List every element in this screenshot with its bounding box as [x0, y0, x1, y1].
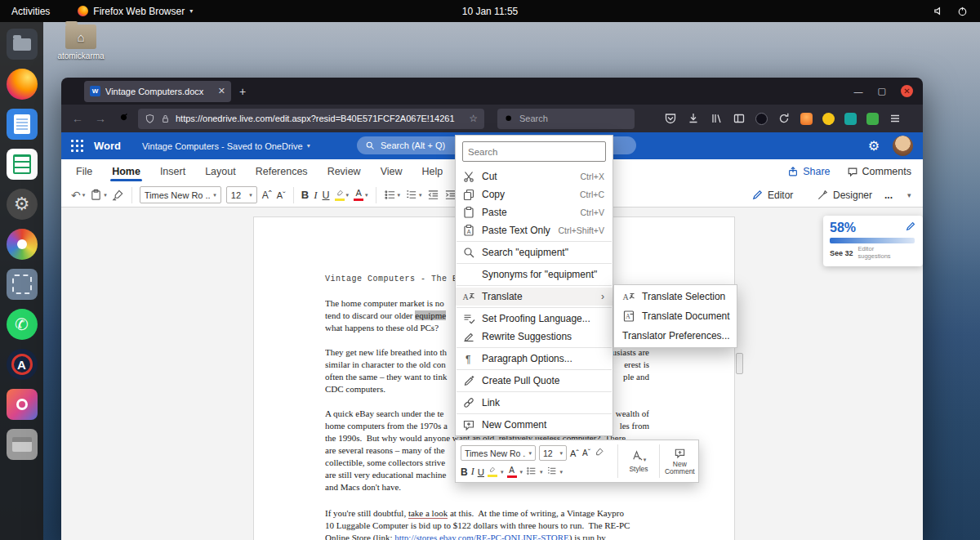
document-title-status[interactable]: Vintage Computers - Saved to OneDrive ▾	[142, 141, 310, 151]
sidebar-icon[interactable]	[733, 112, 746, 125]
tab-layout[interactable]: Layout	[205, 159, 236, 183]
context-menu-item-link[interactable]: Link	[456, 394, 612, 412]
context-menu-item-translate[interactable]: A Translate ›	[456, 288, 612, 306]
ribbon-more-button[interactable]: ...	[884, 190, 893, 201]
paste-button[interactable]: ▾	[90, 189, 107, 201]
context-menu-item-rewrite-suggestions[interactable]: Rewrite Suggestions	[456, 328, 612, 346]
mini-format-painter-button[interactable]	[594, 447, 604, 459]
library-icon[interactable]	[710, 112, 723, 125]
context-menu-item-paste-text-only[interactable]: A Paste Text OnlyCtrl+Shift+V	[456, 221, 612, 239]
lock-icon[interactable]	[160, 114, 171, 124]
mini-underline-button[interactable]: U	[478, 467, 484, 477]
tab-references[interactable]: References	[256, 159, 308, 183]
underline-button[interactable]: U	[323, 190, 330, 201]
font-name-combo[interactable]: Times New Ro ...▾	[140, 186, 221, 203]
browser-search-bar[interactable]: Search	[497, 109, 635, 129]
submenu-item-translate-document[interactable]: A Translate Document	[614, 306, 737, 326]
new-tab-button[interactable]: +	[239, 85, 246, 98]
tab-home[interactable]: Home	[112, 159, 140, 183]
app-launcher-icon[interactable]	[71, 140, 84, 153]
scrollbar-thumb[interactable]	[736, 353, 743, 374]
tab-file[interactable]: File	[76, 159, 92, 183]
dock-writer-icon[interactable]	[7, 109, 38, 140]
grow-font-button[interactable]: Aˆ	[262, 190, 272, 201]
font-size-combo[interactable]: 12▾	[226, 186, 257, 203]
activities-button[interactable]: Activities	[11, 6, 50, 17]
context-menu-item-create-pull-quote[interactable]: Create Pull Quote	[456, 372, 612, 390]
minimize-button[interactable]: —	[854, 87, 863, 96]
close-button[interactable]: ✕	[901, 85, 913, 97]
mini-font-size-combo[interactable]: 12▾	[539, 445, 567, 461]
context-menu-item-search-equipment[interactable]: Search "equipment"	[456, 243, 612, 261]
editor-button[interactable]: Editor	[751, 189, 793, 201]
undo-button[interactable]: ↶▾	[71, 189, 85, 202]
collapse-ribbon-button[interactable]: ▾	[907, 191, 911, 199]
tab-view[interactable]: View	[381, 159, 403, 183]
editor-score-card[interactable]: 58% See 32 Editorsuggestions	[823, 216, 923, 266]
mini-font-name-combo[interactable]: Times New Ro ...▾	[461, 445, 536, 461]
shrink-font-button[interactable]: Aˇ	[277, 190, 286, 200]
italic-button[interactable]: I	[314, 189, 317, 202]
dock-screenshot-tool-icon[interactable]	[7, 269, 38, 300]
pocket-icon[interactable]	[664, 112, 677, 125]
tab-help[interactable]: Help	[422, 159, 443, 183]
desktop-home-folder[interactable]: ⌂ atomickarma	[57, 25, 105, 60]
browser-tab[interactable]: W Vintage Computers.docx ✕	[84, 81, 231, 102]
context-menu-item-new-comment[interactable]: New Comment	[456, 416, 612, 434]
mini-styles-button[interactable]: ▾ Styles	[620, 440, 657, 482]
context-menu-item-synonyms[interactable]: Synonyms for "equipment"	[456, 266, 612, 283]
context-menu-item-cut[interactable]: CutCtrl+X	[456, 167, 612, 185]
mini-font-color-button[interactable]: A	[507, 466, 517, 478]
extension-orange-icon[interactable]	[800, 113, 813, 125]
outdent-button[interactable]	[427, 189, 439, 201]
tab-insert[interactable]: Insert	[160, 159, 185, 183]
submenu-item-translate-selection[interactable]: A Translate Selection	[614, 287, 737, 306]
dock-media-app-icon[interactable]	[7, 229, 38, 260]
system-tray[interactable]	[933, 5, 969, 17]
context-menu-item-paste[interactable]: PasteCtrl+V	[456, 203, 612, 221]
mini-bold-button[interactable]: B	[461, 466, 468, 478]
mini-bullet-list-button[interactable]	[526, 466, 537, 478]
editor-see-count[interactable]: See 32	[830, 249, 853, 257]
bold-button[interactable]: B	[301, 189, 309, 201]
tab-review[interactable]: Review	[327, 159, 361, 183]
mini-grow-font-button[interactable]: Aˆ	[570, 449, 579, 458]
format-painter-button[interactable]	[112, 189, 124, 201]
designer-button[interactable]: Designer	[817, 189, 872, 201]
mini-shrink-font-button[interactable]: Aˇ	[582, 449, 590, 457]
hyperlink[interactable]: http://stores.ebay.com/RE-PC-ONLINE-STOR…	[394, 533, 569, 540]
extension-teal-icon[interactable]	[844, 113, 857, 125]
submenu-item-translator-preferences[interactable]: Translator Preferences...	[614, 326, 737, 346]
dock-photos-icon[interactable]	[7, 389, 38, 420]
mini-number-list-button[interactable]	[546, 466, 557, 478]
settings-gear-icon[interactable]: ⚙	[868, 138, 880, 154]
bookmark-star-icon[interactable]: ☆	[469, 113, 478, 124]
mini-italic-button[interactable]: I	[471, 466, 474, 478]
extension-yellow-icon[interactable]	[822, 113, 835, 125]
mini-highlight-button[interactable]	[488, 466, 497, 477]
extension-green-icon[interactable]	[866, 113, 879, 125]
maximize-button[interactable]: ▢	[878, 86, 886, 96]
dock-files-icon[interactable]	[7, 29, 38, 60]
context-menu-search-input[interactable]	[468, 147, 600, 157]
font-color-button[interactable]: A▾	[354, 189, 368, 201]
back-button[interactable]: ←	[69, 112, 86, 125]
comments-button[interactable]: Comments	[847, 166, 911, 177]
account-icon[interactable]	[755, 113, 768, 125]
tab-close-icon[interactable]: ✕	[218, 86, 225, 96]
dock-a-launcher-icon[interactable]: A	[7, 349, 38, 380]
download-icon[interactable]	[687, 112, 700, 125]
hamburger-menu-icon[interactable]	[889, 112, 902, 125]
url-bar[interactable]: https://onedrive.live.com/edit.aspx?resi…	[138, 109, 484, 129]
sync-icon[interactable]	[777, 112, 791, 125]
dock-whatsapp-icon[interactable]: ✆	[7, 309, 38, 340]
url-text[interactable]: https://onedrive.live.com/edit.aspx?resi…	[176, 114, 464, 123]
tracking-shield-icon[interactable]	[145, 114, 155, 124]
context-menu-item-set-proofing-language[interactable]: Set Proofing Language...	[456, 310, 612, 328]
dock-spreadsheet-icon[interactable]	[7, 149, 38, 180]
bullet-list-button[interactable]: ▾	[384, 189, 401, 201]
word-app-name[interactable]: Word	[94, 140, 121, 152]
mini-new-comment-button[interactable]: New Comment	[662, 440, 698, 482]
number-list-button[interactable]: ▾	[405, 189, 422, 201]
forward-button[interactable]: →	[92, 112, 109, 125]
